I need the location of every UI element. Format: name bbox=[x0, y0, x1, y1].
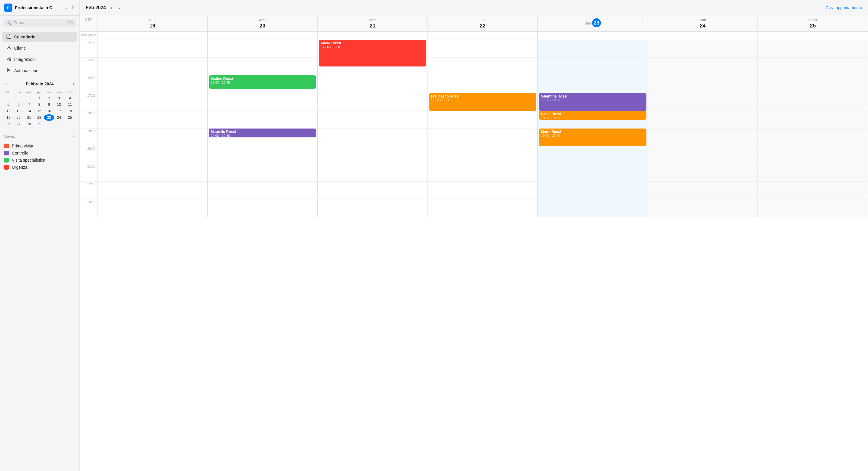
mini-cal-day[interactable]: 3 bbox=[54, 95, 64, 101]
day-col-sab bbox=[648, 40, 758, 217]
mini-cal-day bbox=[54, 121, 64, 127]
mini-cal-day[interactable]: 22 bbox=[35, 114, 44, 121]
time-slot: 18:00 bbox=[80, 111, 97, 129]
mini-cal-day[interactable]: 16 bbox=[44, 108, 54, 114]
services-add-button[interactable]: + bbox=[72, 133, 75, 139]
mini-cal-day[interactable]: 26 bbox=[4, 121, 13, 127]
event-francesco-rossi[interactable]: Francesco Rossi17:00 - 18:00 bbox=[429, 93, 536, 111]
svg-line-6 bbox=[8, 59, 9, 60]
event-valentina-rossi[interactable]: Valentina Rossi17:00 - 18:00 bbox=[539, 93, 646, 111]
sidebar: P Professionista in C ⌄ □ 🔍 Cerca ⌘C Cal… bbox=[0, 0, 80, 471]
mini-cal-day[interactable]: 14 bbox=[24, 108, 35, 114]
event-mario-rossi-2[interactable]: Mario Rossi19:00 - 20:00 bbox=[539, 129, 646, 146]
mini-cal-day[interactable]: 4 bbox=[64, 95, 76, 101]
mini-cal-next-button[interactable]: › bbox=[71, 81, 76, 87]
day-time-slot bbox=[758, 111, 868, 129]
mini-cal-day[interactable]: 21 bbox=[24, 114, 35, 121]
day-time-slot bbox=[648, 111, 758, 129]
sidebar-item-calendario[interactable]: Calendario bbox=[2, 32, 77, 42]
mini-cal-day[interactable]: 1 bbox=[35, 95, 44, 101]
service-item-controllo[interactable]: Controllo bbox=[4, 150, 75, 157]
mini-cal-day[interactable]: 10 bbox=[54, 101, 64, 108]
sidebar-item-automazioni[interactable]: Automazioni bbox=[2, 65, 77, 76]
mini-cal-day[interactable]: 25 bbox=[64, 114, 76, 121]
service-item-urgenza[interactable]: Urgenza bbox=[4, 164, 75, 171]
day-short-dom: Dom bbox=[809, 18, 816, 22]
mini-cal-day[interactable]: 11 bbox=[64, 101, 76, 108]
sidebar-item-clienti[interactable]: Clienti bbox=[2, 43, 77, 54]
day-time-slot bbox=[538, 40, 648, 58]
mini-calendar: ‹ Febbraio 2024 › lunmarmergiovensabdom … bbox=[0, 78, 80, 130]
day-time-slot bbox=[538, 199, 648, 217]
mini-cal-day[interactable]: 6 bbox=[13, 101, 24, 108]
search-bar[interactable]: 🔍 Cerca ⌘C bbox=[4, 19, 76, 27]
time-slot: 22:00 bbox=[80, 182, 97, 199]
day-time-slot bbox=[758, 93, 868, 111]
mini-cal-day[interactable]: 19 bbox=[4, 114, 13, 121]
event-time-paola-rossi: 18:00 - 18:30 bbox=[541, 116, 644, 120]
mini-cal-day[interactable]: 17 bbox=[54, 108, 64, 114]
mini-cal-day[interactable]: 2 bbox=[44, 95, 54, 101]
day-time-slot bbox=[758, 164, 868, 182]
event-name-maurizio-rossi: Maurizio Rossi bbox=[211, 130, 314, 134]
mini-cal-day[interactable]: 7 bbox=[24, 101, 35, 108]
services-title: Servizi bbox=[4, 134, 16, 138]
mini-cal-day[interactable]: 24 bbox=[54, 114, 64, 121]
app-icon: P bbox=[4, 4, 12, 12]
event-time-maurizio-rossi: 19:00 - 19:30 bbox=[211, 134, 314, 137]
service-item-prima-visita[interactable]: Prima visita bbox=[4, 143, 75, 150]
day-time-slot bbox=[208, 164, 318, 182]
mini-cal-day[interactable]: 20 bbox=[13, 114, 24, 121]
mini-cal-day[interactable]: 13 bbox=[13, 108, 24, 114]
cal-header-gio: Gio 22 bbox=[428, 15, 538, 31]
event-name-mario-rossi-2: Mario Rossi bbox=[541, 130, 644, 134]
create-appointment-button[interactable]: + Crea appuntamento bbox=[822, 5, 862, 10]
tz-header: CET bbox=[80, 15, 97, 31]
prev-week-button[interactable]: ‹ bbox=[109, 4, 114, 11]
mini-cal-header: ‹ Febbraio 2024 › bbox=[4, 81, 76, 87]
mini-cal-day[interactable]: 15 bbox=[35, 108, 44, 114]
mini-cal-day[interactable]: 9 bbox=[44, 101, 54, 108]
mini-cal-weekday: lun bbox=[4, 90, 13, 95]
main-area: Feb 2024 ‹ › + Crea appuntamento CET Lun… bbox=[80, 0, 868, 471]
time-slot: 20:00 bbox=[80, 146, 97, 164]
mini-cal-day bbox=[4, 95, 13, 101]
mini-cal-day[interactable]: 27 bbox=[13, 121, 24, 127]
mini-cal-day[interactable]: 18 bbox=[64, 108, 76, 114]
event-mario-rossi-1[interactable]: Mario Rossi14:00 - 15:30 bbox=[319, 40, 426, 66]
top-bar-left: Feb 2024 ‹ › bbox=[86, 4, 122, 11]
mini-cal-day[interactable]: 29 bbox=[35, 121, 44, 127]
day-time-slot bbox=[428, 164, 538, 182]
event-paola-rossi[interactable]: Paola Rossi18:00 - 18:30 bbox=[539, 111, 646, 120]
all-day-col-ven bbox=[538, 32, 648, 40]
mini-cal-day bbox=[44, 121, 54, 127]
event-matteo-rossi[interactable]: Matteo Rossi16:00 - 16:45 bbox=[209, 75, 316, 89]
cal-header-mar: Mar 20 bbox=[208, 15, 318, 31]
mini-cal-day[interactable]: 23 bbox=[44, 114, 54, 121]
cal-header-lun: Lun 19 bbox=[97, 15, 208, 31]
service-label-urgenza: Urgenza bbox=[12, 165, 28, 169]
day-short-sab: Sab bbox=[699, 18, 706, 22]
day-time-slot bbox=[428, 40, 538, 58]
event-time-matteo-rossi: 16:00 - 16:45 bbox=[211, 81, 314, 84]
all-day-label: tutto giorno bbox=[80, 32, 97, 40]
event-maurizio-rossi[interactable]: Maurizio Rossi19:00 - 19:30 bbox=[209, 129, 316, 137]
cal-header-mer: Mer 21 bbox=[318, 15, 428, 31]
sidebar-toggle-icon[interactable]: □ bbox=[72, 5, 75, 10]
mini-cal-day[interactable]: 5 bbox=[4, 101, 13, 108]
chevron-down-icon[interactable]: ⌄ bbox=[65, 6, 68, 10]
day-num-mar: 20 bbox=[209, 23, 316, 29]
day-time-slot bbox=[648, 146, 758, 164]
day-time-slot bbox=[97, 146, 208, 164]
mini-cal-day[interactable]: 28 bbox=[24, 121, 35, 127]
next-week-button[interactable]: › bbox=[117, 4, 122, 11]
sidebar-item-integrazioni[interactable]: Integrazioni bbox=[2, 54, 77, 65]
day-time-slot bbox=[208, 111, 318, 129]
mini-cal-day[interactable]: 12 bbox=[4, 108, 13, 114]
integrazioni-icon bbox=[6, 57, 11, 62]
mini-cal-day[interactable]: 8 bbox=[35, 101, 44, 108]
mini-cal-prev-button[interactable]: ‹ bbox=[4, 81, 8, 87]
day-time-slot bbox=[758, 75, 868, 93]
cal-header-dom: Dom 25 bbox=[758, 15, 868, 31]
service-item-visita-specialistica[interactable]: Visita specialistica bbox=[4, 157, 75, 164]
